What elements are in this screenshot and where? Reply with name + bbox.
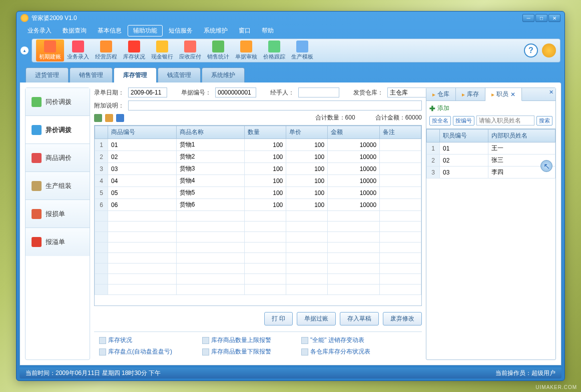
maximize-button[interactable]: □ xyxy=(535,14,547,22)
col-header[interactable]: 备注 xyxy=(380,126,421,139)
table-row[interactable] xyxy=(95,232,421,242)
menu-item-7[interactable]: 帮助 xyxy=(257,26,279,36)
plus-icon: ✚ xyxy=(429,104,435,112)
rp-tab-0[interactable]: ▸仓库 xyxy=(426,88,456,100)
mini-building-icon[interactable] xyxy=(94,114,102,122)
draft-button[interactable]: 存入草稿 xyxy=(340,312,379,326)
tool-btn-5[interactable]: 应收应付 xyxy=(176,40,204,62)
table-row[interactable] xyxy=(95,284,421,295)
discard-button[interactable]: 废弃修改 xyxy=(383,312,422,326)
sidenav-item-1[interactable]: 异价调拨 xyxy=(26,116,90,144)
main-tab-4[interactable]: 系统维护 xyxy=(202,68,245,82)
main-tab-2[interactable]: 库存管理 xyxy=(114,68,157,82)
sidenav-item-2[interactable]: 商品调价 xyxy=(26,144,90,172)
mini-person-icon[interactable] xyxy=(116,114,124,122)
col-header[interactable]: 金额 xyxy=(328,126,380,139)
menu-item-1[interactable]: 数据查询 xyxy=(58,26,92,36)
main-tab-0[interactable]: 进货管理 xyxy=(26,68,69,82)
table-row[interactable] xyxy=(95,253,421,264)
employee-search-input[interactable] xyxy=(476,116,534,126)
sidenav-item-5[interactable]: 报溢单 xyxy=(26,228,90,256)
add-button[interactable]: ✚添加 xyxy=(429,104,552,112)
quick-link[interactable]: 各仓库库存分布状况表 xyxy=(301,348,370,356)
minimize-button[interactable]: ─ xyxy=(522,14,534,22)
filter-fullname-button[interactable]: 按全名 xyxy=(429,116,451,126)
quick-link[interactable]: 库存状况 xyxy=(99,336,172,344)
note-input[interactable] xyxy=(128,100,422,110)
tool-btn-6[interactable]: 销售统计 xyxy=(204,40,232,62)
col-header[interactable]: 单价 xyxy=(286,126,328,139)
tool-btn-2[interactable]: 经营历程 xyxy=(92,40,120,62)
table-row[interactable] xyxy=(95,242,421,253)
menu-item-6[interactable]: 窗口 xyxy=(234,26,256,36)
table-row[interactable]: 202张三 xyxy=(427,154,555,166)
collapse-toolbar-icon[interactable]: ▲ xyxy=(21,46,29,54)
table-row[interactable]: 505货物510010010000 xyxy=(95,187,421,199)
date-label: 录单日期： xyxy=(94,88,124,97)
print-button[interactable]: 打 印 xyxy=(264,312,293,326)
table-row[interactable]: 303货物310010010000 xyxy=(95,163,421,175)
table-row[interactable] xyxy=(95,274,421,284)
help-icon[interactable]: ? xyxy=(524,44,538,58)
tool-btn-7[interactable]: 单据审核 xyxy=(232,40,260,62)
titlebar[interactable]: 管家婆2009 V1.0 ─ □ ✕ xyxy=(17,12,564,24)
quick-link[interactable]: 库存盘点(自动盘盈盘亏) xyxy=(99,348,172,356)
employee-grid[interactable]: 职员编号内部职员姓名101王一202张三303李四 ↖ xyxy=(426,128,555,360)
table-row[interactable]: 202货物210010010000 xyxy=(95,151,421,163)
sidenav-item-0[interactable]: 同价调拨 xyxy=(26,88,90,116)
col-header[interactable]: 内部职员姓名 xyxy=(488,130,555,142)
quick-link[interactable]: 库存商品数量下限报警 xyxy=(202,348,271,356)
table-row[interactable]: 404货物410010010000 xyxy=(95,175,421,187)
tab-close-icon[interactable]: ✕ xyxy=(510,91,515,98)
sidenav-item-4[interactable]: 报损单 xyxy=(26,200,90,228)
col-header[interactable] xyxy=(427,130,440,142)
tool-btn-0[interactable]: 初期建账 xyxy=(36,40,64,62)
mini-grid-icon[interactable] xyxy=(105,114,113,122)
docno-input[interactable] xyxy=(215,88,256,98)
date-input[interactable] xyxy=(128,88,167,98)
folder-icon: ▸ xyxy=(462,91,465,98)
tool-btn-3[interactable]: 库存状况 xyxy=(120,40,148,62)
tool-btn-4[interactable]: 现金银行 xyxy=(148,40,176,62)
scroll-up-arrow-icon[interactable]: ↖ xyxy=(540,160,552,172)
col-header[interactable]: 职员编号 xyxy=(440,130,488,142)
search-button[interactable]: 搜索 xyxy=(536,116,552,126)
col-header[interactable]: 商品编号 xyxy=(108,126,177,139)
rp-tab-2[interactable]: ▸职员 ✕ xyxy=(485,88,522,101)
handler-input[interactable] xyxy=(298,88,339,98)
main-tab-1[interactable]: 销售管理 xyxy=(70,68,113,82)
table-row[interactable] xyxy=(95,211,421,222)
table-row[interactable]: 303李四 xyxy=(427,166,555,178)
table-row[interactable] xyxy=(95,222,421,232)
table-row[interactable]: 101王一 xyxy=(427,142,555,154)
menu-item-3[interactable]: 辅助功能 xyxy=(128,25,163,36)
quick-link[interactable]: "全能" 进销存变动表 xyxy=(301,336,370,344)
table-row[interactable] xyxy=(95,264,421,274)
col-header[interactable]: 数量 xyxy=(245,126,286,139)
tool-btn-9[interactable]: 生产模板 xyxy=(288,40,316,62)
col-header[interactable] xyxy=(95,126,108,139)
menu-item-5[interactable]: 系统维护 xyxy=(199,26,233,36)
link-icon xyxy=(99,337,106,344)
main-tab-3[interactable]: 钱流管理 xyxy=(158,68,201,82)
filter-code-button[interactable]: 按编号 xyxy=(453,116,474,126)
quick-link[interactable]: 库存商品数量上限报警 xyxy=(202,336,271,344)
statusbar: 当前时间： 2009年06月11日 星期四 18时30分 下午 当前操作员：超级… xyxy=(20,368,561,378)
rp-tab-1[interactable]: ▸库存 xyxy=(456,88,485,100)
col-header[interactable]: 商品名称 xyxy=(176,126,245,139)
tool-btn-1[interactable]: 业务录入 xyxy=(64,40,92,62)
menu-item-0[interactable]: 业务录入 xyxy=(23,26,57,36)
post-button[interactable]: 单据过账 xyxy=(297,312,336,326)
menu-item-4[interactable]: 短信服务 xyxy=(164,26,198,36)
watermark: UIMAKER.COM xyxy=(535,384,577,390)
table-row[interactable]: 101货物110010010000 xyxy=(95,139,421,151)
main-grid[interactable]: 商品编号商品名称数量单价金额备注101货物110010010000202货物21… xyxy=(94,125,422,306)
close-button[interactable]: ✕ xyxy=(548,14,560,22)
menu-item-2[interactable]: 基本信息 xyxy=(93,26,127,36)
feedback-icon[interactable] xyxy=(542,44,556,58)
table-row[interactable]: 606货物610010010000 xyxy=(95,199,421,211)
warehouse-input[interactable] xyxy=(387,88,428,98)
tool-btn-8[interactable]: 价格跟踪 xyxy=(260,40,288,62)
panel-close-icon[interactable]: ✕ xyxy=(549,89,553,96)
sidenav-item-3[interactable]: 生产组装 xyxy=(26,172,90,200)
